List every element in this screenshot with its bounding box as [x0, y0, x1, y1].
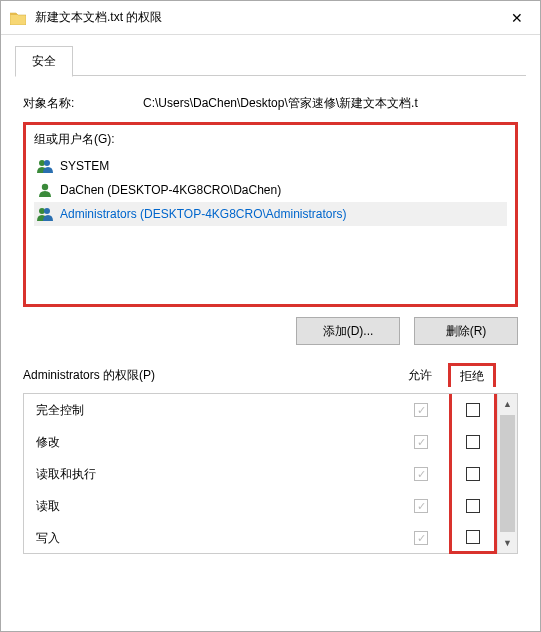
- allow-checkbox[interactable]: ✓: [393, 467, 449, 481]
- allow-checkbox[interactable]: ✓: [393, 499, 449, 513]
- allow-column-header: 允许: [392, 367, 448, 384]
- tab-security[interactable]: 安全: [15, 46, 73, 77]
- close-icon: ✕: [511, 10, 523, 26]
- users-icon: [36, 205, 54, 223]
- deny-checkbox[interactable]: [449, 522, 497, 554]
- allow-checkbox[interactable]: ✓: [393, 403, 449, 417]
- button-row: 添加(D)... 删除(R): [23, 307, 518, 345]
- permissions-header-label: Administrators 的权限(P): [23, 367, 392, 384]
- close-button[interactable]: ✕: [494, 1, 540, 35]
- object-label: 对象名称:: [23, 95, 143, 112]
- allow-checkbox[interactable]: ✓: [393, 435, 449, 449]
- user-name: SYSTEM: [60, 159, 109, 173]
- user-row[interactable]: Administrators (DESKTOP-4KG8CRO\Administ…: [34, 202, 507, 226]
- permission-name: 读取: [36, 498, 393, 515]
- users-icon: [36, 157, 54, 175]
- user-list[interactable]: SYSTEMDaChen (DESKTOP-4KG8CRO\DaChen)Adm…: [34, 152, 507, 226]
- window-title: 新建文本文档.txt 的权限: [35, 9, 494, 26]
- object-row: 对象名称: C:\Users\DaChen\Desktop\管家速修\新建文本文…: [23, 91, 518, 122]
- remove-button[interactable]: 删除(R): [414, 317, 518, 345]
- user-name: Administrators (DESKTOP-4KG8CRO\Administ…: [60, 207, 347, 221]
- permission-name: 写入: [36, 530, 393, 547]
- svg-point-4: [44, 208, 50, 214]
- tab-content: 对象名称: C:\Users\DaChen\Desktop\管家速修\新建文本文…: [1, 77, 540, 554]
- scroll-down-icon[interactable]: ▼: [498, 533, 517, 553]
- permission-name: 修改: [36, 434, 393, 451]
- user-row[interactable]: DaChen (DESKTOP-4KG8CRO\DaChen): [34, 178, 507, 202]
- user-name: DaChen (DESKTOP-4KG8CRO\DaChen): [60, 183, 281, 197]
- permission-row: 读取和执行✓: [24, 458, 497, 490]
- permission-name: 读取和执行: [36, 466, 393, 483]
- group-users-box: 组或用户名(G): SYSTEMDaChen (DESKTOP-4KG8CRO\…: [23, 122, 518, 307]
- object-value: C:\Users\DaChen\Desktop\管家速修\新建文本文档.t: [143, 95, 518, 112]
- tab-strip: 安全: [1, 35, 540, 77]
- scroll-up-icon[interactable]: ▲: [498, 394, 517, 414]
- permission-row: 读取✓: [24, 490, 497, 522]
- permissions-rows: 完全控制✓修改✓读取和执行✓读取✓写入✓: [24, 394, 497, 553]
- permissions-header: Administrators 的权限(P) 允许 拒绝: [23, 345, 518, 393]
- permission-name: 完全控制: [36, 402, 393, 419]
- permission-row: 完全控制✓: [24, 394, 497, 426]
- permission-row: 修改✓: [24, 426, 497, 458]
- svg-point-2: [42, 184, 48, 190]
- user-icon: [36, 181, 54, 199]
- permission-row: 写入✓: [24, 522, 497, 554]
- deny-checkbox[interactable]: [449, 426, 497, 458]
- svg-point-1: [44, 160, 50, 166]
- permissions-box: 完全控制✓修改✓读取和执行✓读取✓写入✓ ▲ ▼: [23, 393, 518, 554]
- folder-icon: [9, 9, 27, 27]
- user-row[interactable]: SYSTEM: [34, 154, 507, 178]
- allow-checkbox[interactable]: ✓: [393, 531, 449, 545]
- deny-checkbox[interactable]: [449, 490, 497, 522]
- group-users-label: 组或用户名(G):: [34, 131, 507, 152]
- deny-checkbox[interactable]: [449, 458, 497, 490]
- deny-checkbox[interactable]: [449, 394, 497, 426]
- titlebar: 新建文本文档.txt 的权限 ✕: [1, 1, 540, 35]
- deny-column-header: 拒绝: [448, 363, 496, 387]
- scrollbar[interactable]: ▲ ▼: [497, 394, 517, 553]
- scroll-thumb[interactable]: [500, 415, 515, 532]
- add-button[interactable]: 添加(D)...: [296, 317, 400, 345]
